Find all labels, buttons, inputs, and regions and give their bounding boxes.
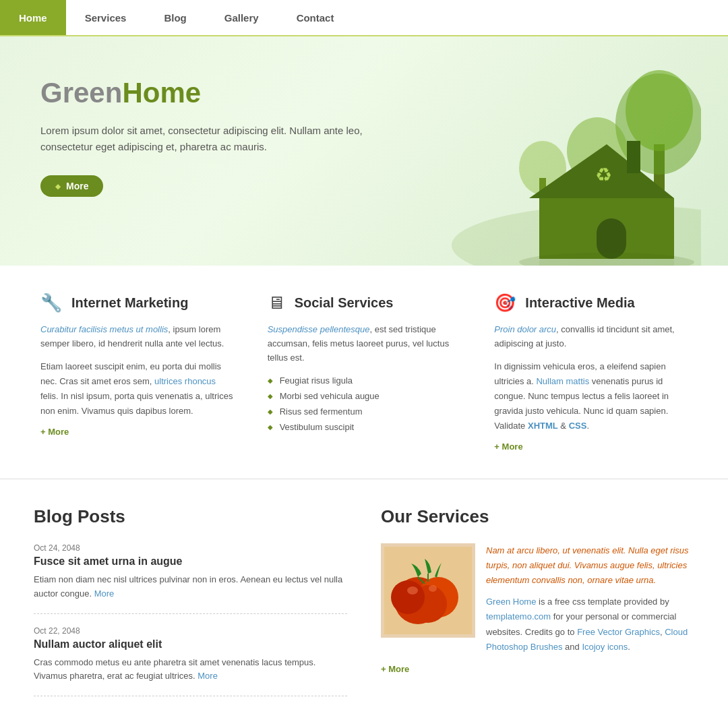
nav-blog[interactable]: Blog xyxy=(145,0,205,35)
ourservices-image xyxy=(381,543,475,638)
service-header-3: 🎯 Interactive Media xyxy=(494,293,688,313)
freevector-link[interactable]: Free Vector Graphics xyxy=(577,627,660,637)
service-interactive: 🎯 Interactive Media Proin dolor arcu, co… xyxy=(487,293,694,452)
svg-point-19 xyxy=(391,580,425,614)
ourservices-more-link[interactable]: More xyxy=(381,664,409,674)
ourservices-italic: Nam at arcu libero, ut venenatis elit. N… xyxy=(486,543,694,588)
service-list-2: Feugiat risus ligula Morbi sed vehicula … xyxy=(268,373,461,435)
hero-section: GreenHome Lorem ipsum dolor sit amet, co… xyxy=(0,36,728,266)
service-intro-link-1[interactable]: Curabitur facilisis metus ut mollis xyxy=(40,324,168,334)
svg-rect-14 xyxy=(539,259,674,266)
list-item-2: Morbi sed vehicula augue xyxy=(268,388,461,404)
ourservices-more: More xyxy=(381,664,694,674)
service-body-1: Etiam laoreet suscipit enim, eu porta du… xyxy=(40,359,234,419)
ourservices-text: Nam at arcu libero, ut venenatis elit. N… xyxy=(486,543,694,655)
nullam-mattis-link[interactable]: Nullam mattis xyxy=(536,376,589,386)
post-title-2: Nullam auctor aliquet elit xyxy=(34,638,347,650)
post-title-1: Fusce sit amet urna in augue xyxy=(34,555,347,568)
hero-description: Lorem ipsum dolor sit amet, consectetur … xyxy=(40,123,404,155)
service-more-1[interactable]: More xyxy=(40,427,69,437)
icojoy-link[interactable]: Icojoy icons xyxy=(582,642,628,652)
blog-post-1: Oct 24, 2048 Fusce sit amet urna in augu… xyxy=(34,543,347,614)
service-social: 🖥 Social Services Suspendisse pellentesq… xyxy=(261,293,468,452)
post-body-1: Etiam non diam nec nisl ultrices pulvina… xyxy=(34,573,347,601)
service-title-1: Internet Marketing xyxy=(71,295,188,311)
service-more-3[interactable]: More xyxy=(494,442,522,452)
list-item-4: Vestibulum suscipit xyxy=(268,419,461,435)
service-body-3: In dignissim vehicula eros, a eleifend s… xyxy=(494,359,688,433)
service-intro-link-3[interactable]: Proin dolor arcu xyxy=(494,324,556,334)
post-more-link-1[interactable]: More xyxy=(94,588,115,599)
service-header-1: 🔧 Internet Marketing xyxy=(40,293,234,313)
templatemo-link[interactable]: templatemo.com xyxy=(486,611,551,621)
svg-point-3 xyxy=(626,70,693,151)
hero-title-green: Home xyxy=(122,77,201,109)
blog-post-2: Oct 22, 2048 Nullam auctor aliquet elit … xyxy=(34,626,347,697)
svg-point-22 xyxy=(407,586,418,595)
blog-title: Blog Posts xyxy=(34,506,347,527)
nav-gallery[interactable]: Gallery xyxy=(206,0,278,35)
hero-text: GreenHome Lorem ipsum dolor sit amet, co… xyxy=(40,77,404,197)
hero-title-gray: Green xyxy=(40,77,122,109)
list-item-3: Risus sed fermentum xyxy=(268,404,461,419)
service-intro-2: Suspendisse pellentesque, est sed tristi… xyxy=(268,323,461,365)
service-internet-marketing: 🔧 Internet Marketing Curabitur facilisis… xyxy=(34,293,241,452)
service-title-3: Interactive Media xyxy=(525,295,634,311)
post-date-2: Oct 22, 2048 xyxy=(34,626,347,636)
svg-rect-10 xyxy=(597,218,626,259)
service-header-2: 🖥 Social Services xyxy=(268,293,461,313)
lower-section: Blog Posts Oct 24, 2048 Fusce sit amet u… xyxy=(0,479,728,728)
hero-more-button[interactable]: More xyxy=(40,175,103,197)
interactive-icon: 🎯 xyxy=(494,293,516,313)
svg-point-23 xyxy=(429,585,437,592)
list-item-1: Feugiat risus ligula xyxy=(268,373,461,388)
service-body-link-1[interactable]: ultrices rhoncus xyxy=(154,376,216,386)
css-link[interactable]: CSS xyxy=(569,421,587,431)
ourservices-content: Nam at arcu libero, ut venenatis elit. N… xyxy=(381,543,694,655)
hero-title: GreenHome xyxy=(40,77,404,109)
hero-illustration: ♻ xyxy=(404,36,701,266)
post-body-2: Cras commodo metus eu ante pharetra sit … xyxy=(34,656,347,684)
nav-contact[interactable]: Contact xyxy=(278,0,353,35)
service-intro-link-2[interactable]: Suspendisse pellentesque xyxy=(268,324,370,334)
svg-text:♻: ♻ xyxy=(595,164,612,185)
post-date-1: Oct 24, 2048 xyxy=(34,543,347,553)
xhtml-link[interactable]: XHTML xyxy=(528,421,558,431)
services-section: 🔧 Internet Marketing Curabitur facilisis… xyxy=(0,266,728,479)
hero-svg: ♻ xyxy=(404,36,701,266)
blog-section: Blog Posts Oct 24, 2048 Fusce sit amet u… xyxy=(34,506,347,708)
nav-services[interactable]: Services xyxy=(66,0,146,35)
tomato-svg xyxy=(384,547,472,634)
ourservices-desc: Green Home is a free css template provid… xyxy=(486,595,694,654)
ourservices-title: Our Services xyxy=(381,506,694,527)
greenhome-link[interactable]: Green Home xyxy=(486,597,536,607)
nav-home[interactable]: Home xyxy=(0,0,66,35)
post-more-link-2[interactable]: More xyxy=(198,671,218,681)
service-title-2: Social Services xyxy=(295,295,394,311)
ourservices-section: Our Services xyxy=(381,506,694,708)
service-intro-1: Curabitur facilisis metus ut mollis, ips… xyxy=(40,323,234,351)
navigation: Home Services Blog Gallery Contact xyxy=(0,0,728,36)
social-icon: 🖥 xyxy=(268,293,285,313)
svg-rect-11 xyxy=(627,141,640,173)
marketing-icon: 🔧 xyxy=(40,293,62,313)
service-intro-3: Proin dolor arcu, convallis id tincidunt… xyxy=(494,323,688,351)
